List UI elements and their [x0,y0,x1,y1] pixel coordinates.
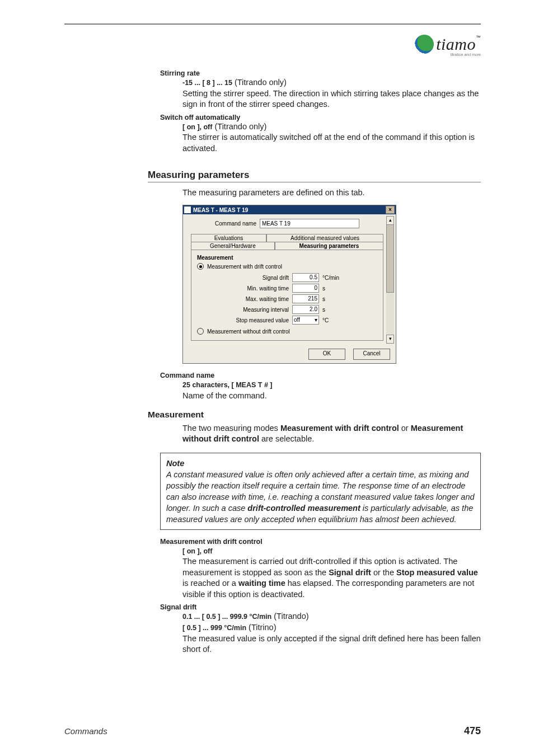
radio-with-drift-label: Measurement with drift control [207,264,282,270]
logo-swoosh-icon [415,35,434,54]
param-command-name-desc: Name of the command. [182,391,267,400]
param-meas-drift-range: [ on ], off [182,547,212,555]
param-signal-drift-name: Signal drift [160,603,481,611]
param-switchoff-desc: The stirrer is automatically switched of… [182,133,475,153]
ok-button[interactable]: OK [308,349,345,360]
stop-value-label: Stop measured value [205,317,292,323]
stop-value-unit: °C [322,317,329,323]
note-body: A constant measured value is often only … [166,469,475,525]
param-signal-drift-annot2: (Titrino) [246,623,276,632]
param-signal-drift-annot1: (Titrando) [271,612,308,621]
stop-value-select[interactable]: off ▾ [292,316,319,325]
param-switchoff-range: [ on ], off [182,123,212,131]
param-stirring-rate-annot: (Titrando only) [232,78,287,87]
max-wait-input[interactable]: 215 [292,294,319,303]
scroll-thumb[interactable] [386,224,394,293]
logo-tm: ™ [476,35,481,40]
max-wait-label: Max. waiting time [205,296,292,302]
header-rule [64,24,481,25]
min-wait-input[interactable]: 0 [292,284,319,293]
dialog-app-icon [184,206,191,213]
tab-evaluations[interactable]: Evaluations [191,234,266,242]
scroll-down-button[interactable]: ▾ [386,335,394,344]
min-wait-unit: s [322,285,325,292]
param-stirring-rate-range: -15 ... [ 8 ] ... 15 [182,79,232,87]
heading-rule [148,182,481,182]
group-measurement: Measurement [197,255,377,261]
param-meas-drift-name: Measurement with drift control [160,538,481,546]
close-button[interactable]: × [386,206,395,214]
cancel-button[interactable]: Cancel [353,349,390,360]
param-command-name: Command name [160,372,481,379]
chevron-down-icon: ▾ [315,316,317,324]
tabs: Evaluations Additional measured values G… [191,234,383,341]
max-wait-unit: s [322,296,325,302]
signal-drift-label: Signal drift [205,275,292,281]
tab-general-hardware[interactable]: General/Hardware [191,242,275,250]
interval-label: Measuring interval [205,307,292,313]
tab-panel: Measurement Measurement with drift contr… [191,250,383,341]
param-signal-drift-range1: 0.1 ... [ 0.5 ] ... 999.9 °C/min [182,613,271,621]
min-wait-label: Min. waiting time [205,285,292,292]
dialog-title: MEAS T - MEAS T 19 [193,207,248,213]
note-box: Note A constant measured value is often … [160,453,481,530]
param-meas-drift-desc: The measurement is carried out drift-con… [182,557,478,599]
stop-value-selected: off [294,316,300,324]
tab-measuring-parameters[interactable]: Measuring parameters [275,242,383,250]
note-heading: Note [166,458,475,469]
heading-measuring-parameters: Measuring parameters [148,170,481,181]
param-switchoff-annot: (Titrando only) [212,122,266,131]
measuring-parameters-intro: The measuring parameters are defined on … [182,188,481,197]
dialog-meas-t: MEAS T - MEAS T 19 × ▴ ▾ Command name Ev… [182,205,396,364]
footer-page-number: 475 [464,725,481,737]
param-stirring-rate-desc: Setting the stirrer speed. The direction… [182,89,479,109]
command-name-label: Command name [215,220,256,227]
signal-drift-unit: °C/min [322,275,339,281]
param-signal-drift-range2: [ 0.5 ] ... 999 °C/min [182,624,246,632]
radio-with-drift[interactable] [197,263,204,270]
param-switchoff-name: Switch off automatically [160,114,481,121]
radio-without-drift[interactable] [197,328,204,335]
interval-unit: s [322,307,325,313]
scrollbar[interactable]: ▴ ▾ [386,216,394,344]
subheading-measurement: Measurement [148,410,481,420]
dialog-title-bar: MEAS T - MEAS T 19 × [183,205,396,214]
measurement-modes-para: The two measuring modes Measurement with… [182,423,481,445]
logo-text: tiamo [436,35,476,53]
param-stirring-rate-name: Stirring rate [160,69,481,77]
signal-drift-input[interactable]: 0.5 [292,273,319,282]
scroll-up-button[interactable]: ▴ [386,216,394,225]
footer-section: Commands [64,726,107,736]
command-name-input[interactable] [260,219,359,228]
interval-input[interactable]: 2.0 [292,305,319,314]
param-signal-drift-desc: The measured value is only accepted if t… [182,634,481,654]
radio-without-drift-label: Measurement without drift control [207,328,290,335]
logo: tiamo™ titration and more [414,35,481,59]
tab-additional-measured-values[interactable]: Additional measured values [266,234,383,242]
param-command-name-range: 25 characters, [ MEAS T # ] [182,381,272,389]
